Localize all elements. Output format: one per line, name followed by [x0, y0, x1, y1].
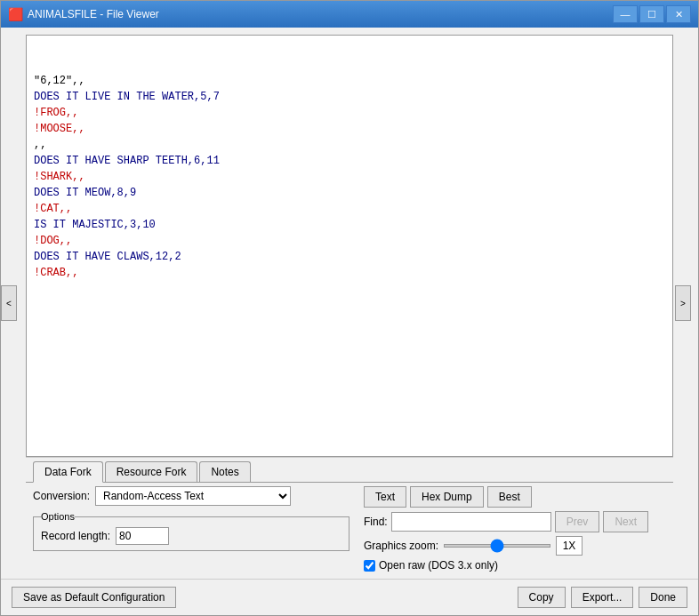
- options-group: Options Record length:: [33, 511, 350, 551]
- app-icon: 🟥: [8, 7, 22, 21]
- prev-button[interactable]: Prev: [555, 511, 600, 532]
- tab-resource-fork[interactable]: Resource Fork: [105, 461, 198, 482]
- text-line: !MOOSE,,: [34, 121, 665, 137]
- text-line: DOES IT MEOW,8,9: [34, 185, 665, 201]
- text-line: !SHARK,,: [34, 169, 665, 185]
- text-line: !CAT,,: [34, 201, 665, 217]
- right-controls: Text Hex Dump Best Find: Prev Next: [364, 486, 666, 572]
- minimize-button[interactable]: —: [613, 5, 638, 23]
- open-raw-checkbox[interactable]: [364, 560, 375, 572]
- left-controls: Conversion: Random-Access Text Plain Tex…: [33, 486, 350, 572]
- hex-dump-button[interactable]: Hex Dump: [410, 486, 484, 508]
- scroll-right-arrow[interactable]: >: [675, 285, 691, 321]
- tab-notes[interactable]: Notes: [199, 461, 250, 482]
- bottom-right: Copy Export... Done: [518, 587, 687, 608]
- text-line: ,,: [34, 137, 665, 153]
- text-line: !CRAB,,: [34, 265, 665, 281]
- zoom-value: 1X: [556, 536, 582, 556]
- text-line: "6,12",,: [34, 73, 665, 89]
- main-content: < "6,12",,DOES IT LIVE IN THE WATER,5,7!…: [1, 28, 698, 579]
- best-button[interactable]: Best: [487, 486, 532, 508]
- conversion-select[interactable]: Random-Access Text Plain Text Hex Dump B…: [95, 486, 291, 506]
- tab-data-fork[interactable]: Data Fork: [33, 461, 103, 483]
- bottom-left: Save as Default Configuration: [12, 587, 176, 608]
- text-line: DOES IT HAVE CLAWS,12,2: [34, 249, 665, 265]
- find-label: Find:: [364, 516, 388, 528]
- title-bar: 🟥 ANIMALSFILE - File Viewer — ☐ ✕: [1, 1, 698, 28]
- zoom-row: Graphics zoom: 1X: [364, 536, 666, 556]
- record-length-input[interactable]: [116, 527, 169, 545]
- text-line: !DOG,,: [34, 233, 665, 249]
- zoom-slider[interactable]: [444, 544, 550, 548]
- record-length-label: Record length:: [41, 530, 110, 542]
- done-button[interactable]: Done: [639, 587, 687, 608]
- find-input[interactable]: [391, 512, 551, 532]
- close-button[interactable]: ✕: [666, 5, 691, 23]
- text-viewer-container: "6,12",,DOES IT LIVE IN THE WATER,5,7!FR…: [26, 35, 673, 457]
- window-title: ANIMALSFILE - File Viewer: [28, 8, 613, 20]
- record-length-row: Record length:: [41, 527, 341, 545]
- export-button[interactable]: Export...: [571, 587, 634, 608]
- zoom-label: Graphics zoom:: [364, 540, 438, 552]
- tabs-panel: Data Fork Resource Fork Notes Conversion…: [26, 457, 673, 572]
- restore-button[interactable]: ☐: [639, 5, 664, 23]
- options-legend: Options: [41, 511, 75, 522]
- save-default-button[interactable]: Save as Default Configuration: [12, 587, 176, 608]
- next-button[interactable]: Next: [603, 511, 648, 532]
- text-line: DOES IT LIVE IN THE WATER,5,7: [34, 89, 665, 105]
- conversion-label: Conversion:: [33, 490, 90, 502]
- view-buttons-row: Text Hex Dump Best: [364, 486, 666, 508]
- text-line: DOES IT HAVE SHARP TEETH,6,11: [34, 153, 665, 169]
- open-raw-label: Open raw (DOS 3.x only): [379, 559, 498, 572]
- controls-panel: Conversion: Random-Access Text Plain Tex…: [26, 483, 673, 572]
- find-row: Find: Prev Next: [364, 511, 666, 532]
- text-line: IS IT MAJESTIC,3,10: [34, 217, 665, 233]
- window-controls: — ☐ ✕: [613, 5, 691, 23]
- scroll-left-arrow[interactable]: <: [1, 285, 17, 321]
- open-raw-row: Open raw (DOS 3.x only): [364, 559, 666, 572]
- text-viewer: "6,12",,DOES IT LIVE IN THE WATER,5,7!FR…: [27, 36, 672, 456]
- copy-button[interactable]: Copy: [518, 587, 566, 608]
- bottom-bar: Save as Default Configuration Copy Expor…: [1, 579, 698, 615]
- text-line: !FROG,,: [34, 105, 665, 121]
- main-window: 🟥 ANIMALSFILE - File Viewer — ☐ ✕ < "6,1…: [0, 0, 699, 616]
- text-button[interactable]: Text: [364, 486, 406, 508]
- tabs-row: Data Fork Resource Fork Notes: [26, 458, 673, 483]
